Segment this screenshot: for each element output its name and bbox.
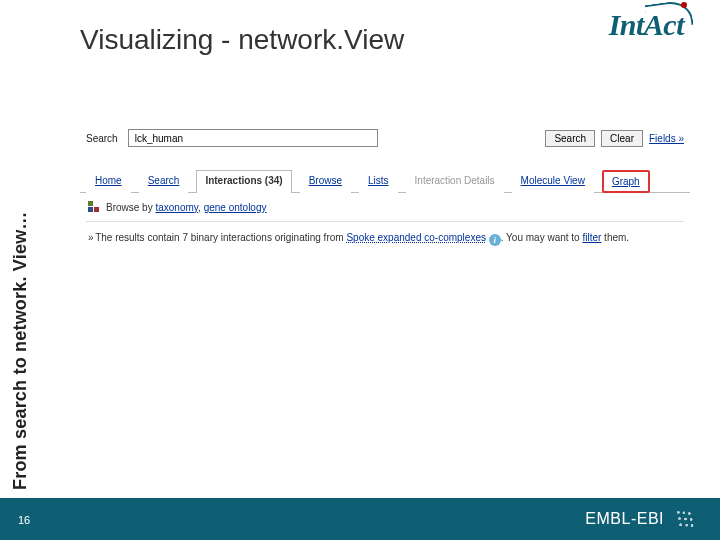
results-summary: » The results contain 7 binary interacti…: [80, 222, 690, 256]
logo-text-act: Act: [644, 8, 684, 42]
browse-by-prefix: Browse by: [106, 202, 153, 213]
app-screenshot: Search Search Clear Fields » Home Search…: [80, 125, 690, 256]
browse-by-row: Browse by taxonomy, gene ontology: [80, 193, 690, 221]
search-button[interactable]: Search: [545, 130, 595, 147]
fields-link[interactable]: Fields »: [649, 133, 684, 144]
tab-molecule-view[interactable]: Molecule View: [512, 170, 594, 193]
clear-button[interactable]: Clear: [601, 130, 643, 147]
tab-search[interactable]: Search: [139, 170, 189, 193]
tree-icon: [88, 201, 100, 213]
tab-interactions[interactable]: Interactions (34): [196, 170, 291, 193]
browse-taxonomy-link[interactable]: taxonomy: [155, 202, 198, 213]
search-row: Search Search Clear Fields »: [80, 125, 690, 151]
results-text-3: them.: [601, 232, 629, 243]
browse-gene-ontology-link[interactable]: gene ontology: [204, 202, 267, 213]
spoke-expanded-link[interactable]: Spoke expanded co-complexes: [346, 232, 486, 243]
logo-dot-icon: [681, 2, 687, 8]
tab-browse[interactable]: Browse: [300, 170, 351, 193]
slide-number: 16: [18, 514, 30, 526]
ebi-mark-icon: [674, 508, 696, 530]
slide: IntAct Visualizing - network.View From s…: [0, 0, 720, 540]
logo-text-int: Int: [609, 8, 644, 41]
slide-title: Visualizing - network.View: [80, 24, 404, 56]
results-text-1: The results contain 7 binary interaction…: [93, 232, 347, 243]
footer-bar: 16 EMBL-EBI: [0, 498, 720, 540]
ebi-logo: EMBL-EBI: [585, 508, 696, 530]
intact-logo: IntAct: [609, 8, 684, 42]
search-input[interactable]: [128, 129, 378, 147]
info-icon[interactable]: i: [489, 234, 501, 246]
tab-interaction-details: Interaction Details: [406, 170, 504, 193]
tab-lists[interactable]: Lists: [359, 170, 398, 193]
search-label: Search: [86, 133, 122, 144]
tab-home[interactable]: Home: [86, 170, 131, 193]
sidebar-vertical-text: From search to network. View…: [10, 211, 31, 490]
ebi-text: EMBL-EBI: [585, 510, 664, 528]
filter-link[interactable]: filter: [582, 232, 601, 243]
tab-graph[interactable]: Graph: [602, 170, 650, 193]
results-text-2: . You may want to: [501, 232, 583, 243]
tab-bar: Home Search Interactions (34) Browse Lis…: [80, 169, 690, 193]
